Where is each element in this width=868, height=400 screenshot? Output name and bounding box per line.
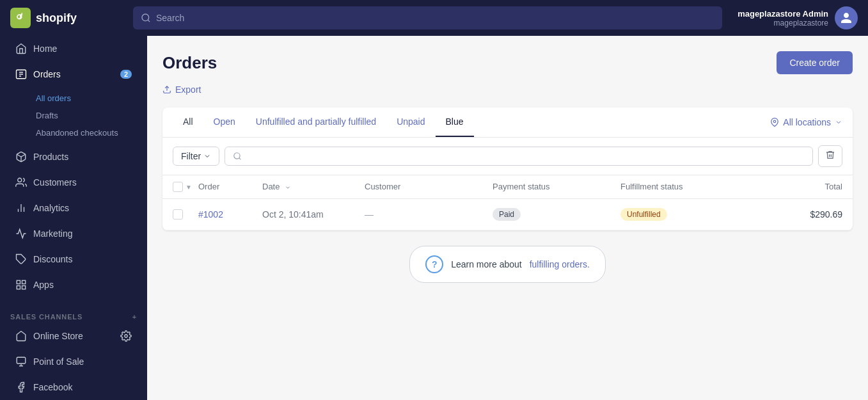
- fulfillment-status-badge: Unfulfilled: [620, 208, 667, 221]
- tab-open[interactable]: Open: [203, 108, 246, 137]
- filter-label: Filter: [181, 151, 201, 161]
- sidebar-item-label-products: Products: [33, 152, 68, 162]
- search-filter-input[interactable]: blue: [247, 151, 805, 161]
- svg-point-20: [234, 153, 240, 159]
- svg-rect-16: [17, 357, 26, 364]
- top-navigation: shopify mageplazastore Admin mageplazast…: [0, 0, 868, 36]
- filter-row: Filter blue: [162, 138, 853, 175]
- sales-channels-section: SALES CHANNELS +: [0, 308, 147, 323]
- search-bar[interactable]: [133, 6, 722, 29]
- tabs-row: All Open Unfulfilled and partially fulfi…: [162, 108, 853, 138]
- sidebar-item-label-facebook: Facebook: [33, 382, 72, 392]
- checkbox-chevron[interactable]: ▼: [185, 184, 192, 191]
- svg-point-15: [125, 335, 128, 338]
- point-of-sale-icon: [15, 356, 27, 367]
- sidebar-sub-drafts[interactable]: Drafts: [28, 107, 147, 124]
- filter-button[interactable]: Filter: [173, 147, 219, 166]
- svg-rect-13: [22, 286, 26, 289]
- export-label: Export: [175, 84, 201, 95]
- shopify-logo-icon: [10, 8, 31, 28]
- analytics-icon: [15, 202, 27, 214]
- sidebar-item-label-online-store: Online Store: [33, 331, 83, 341]
- payment-status-badge: Paid: [493, 208, 521, 221]
- sidebar-item-analytics[interactable]: Analytics: [5, 196, 142, 220]
- all-locations-selector[interactable]: All locations: [770, 111, 842, 134]
- chevron-down-icon: [835, 118, 842, 126]
- svg-rect-14: [17, 286, 20, 289]
- tab-blue[interactable]: Blue: [436, 108, 474, 137]
- search-input[interactable]: [156, 13, 714, 23]
- sidebar-item-label-marketing: Marketing: [33, 228, 72, 239]
- fulfilling-orders-link[interactable]: fulfilling orders.: [530, 259, 590, 269]
- learn-more-card: ? Learn more about fulfilling orders.: [409, 246, 606, 283]
- location-icon: [770, 118, 779, 127]
- search-filter-field[interactable]: blue: [225, 147, 813, 166]
- row-payment-status: Paid: [493, 208, 620, 221]
- home-icon: [15, 43, 27, 54]
- sidebar-sub-abandoned[interactable]: Abandoned checkouts: [28, 124, 147, 141]
- help-icon: ?: [425, 255, 443, 273]
- main-layout: Home Orders 2 All orders Drafts Abandone…: [0, 36, 868, 400]
- filter-search-icon: [233, 152, 242, 161]
- sidebar-item-label-customers: Customers: [33, 177, 77, 188]
- row-date: Oct 2, 10:41am: [262, 209, 365, 220]
- avatar[interactable]: [835, 6, 858, 29]
- tab-all[interactable]: All: [173, 108, 203, 137]
- products-icon: [15, 151, 27, 163]
- user-store: mageplazastore: [738, 19, 828, 28]
- sidebar-item-online-store[interactable]: Online Store: [5, 324, 142, 348]
- column-payment: Payment status: [493, 182, 620, 192]
- header-checkbox-cell: ▼: [173, 182, 198, 192]
- svg-rect-11: [17, 280, 20, 284]
- sidebar-item-label-pos: Point of Sale: [33, 356, 84, 367]
- main-content: Orders Create order Export All Open Unfu…: [147, 36, 868, 400]
- svg-point-0: [142, 14, 149, 21]
- sidebar-item-home[interactable]: Home: [5, 36, 142, 61]
- sidebar-item-discounts[interactable]: Discounts: [5, 247, 142, 271]
- sidebar-item-apps[interactable]: Apps: [5, 273, 142, 297]
- tab-unpaid[interactable]: Unpaid: [386, 108, 435, 137]
- export-icon: [162, 85, 171, 94]
- create-order-button[interactable]: Create order: [777, 51, 853, 74]
- user-info: mageplazastore Admin mageplazastore: [738, 9, 828, 28]
- sidebar-item-marketing[interactable]: Marketing: [5, 221, 142, 246]
- sidebar-item-products[interactable]: Products: [5, 145, 142, 169]
- page-title: Orders: [162, 53, 217, 73]
- all-locations-label: All locations: [783, 117, 831, 127]
- table-row: #1002 Oct 2, 10:41am — Paid Unfulfilled …: [162, 199, 853, 230]
- tab-unfulfilled[interactable]: Unfulfilled and partially fulfilled: [246, 108, 386, 137]
- sidebar: Home Orders 2 All orders Drafts Abandone…: [0, 36, 147, 400]
- apps-icon: [15, 279, 27, 291]
- row-checkbox[interactable]: [173, 209, 183, 220]
- learn-more-section: ? Learn more about fulfilling orders.: [162, 246, 853, 283]
- sidebar-item-label-discounts: Discounts: [33, 254, 72, 264]
- column-date: Date: [262, 182, 365, 192]
- sidebar-sub-all-orders[interactable]: All orders: [28, 90, 147, 107]
- sidebar-item-label-orders: Orders: [33, 69, 61, 79]
- row-customer: —: [365, 209, 493, 220]
- column-fulfillment: Fulfillment status: [620, 182, 748, 192]
- trash-icon: [825, 150, 835, 160]
- sidebar-item-point-of-sale[interactable]: Point of Sale: [5, 349, 142, 374]
- sidebar-item-orders[interactable]: Orders 2: [5, 62, 142, 86]
- orders-badge: 2: [120, 70, 132, 79]
- search-icon: [141, 13, 151, 23]
- learn-more-text: Learn more about: [451, 259, 522, 269]
- select-all-checkbox[interactable]: [173, 182, 183, 192]
- svg-point-6: [18, 178, 22, 182]
- online-store-settings-icon: [120, 330, 132, 342]
- sidebar-item-label-apps: Apps: [33, 280, 54, 290]
- sidebar-item-label-analytics: Analytics: [33, 203, 69, 213]
- svg-point-19: [774, 120, 777, 123]
- row-order-id[interactable]: #1002: [198, 209, 262, 220]
- sidebar-item-customers[interactable]: Customers: [5, 170, 142, 195]
- sidebar-item-facebook[interactable]: Facebook: [5, 375, 142, 399]
- orders-submenu: All orders Drafts Abandoned checkouts: [0, 87, 147, 144]
- export-button[interactable]: Export: [162, 82, 201, 97]
- add-sales-channel-button[interactable]: +: [132, 314, 137, 321]
- sidebar-item-label-home: Home: [33, 44, 57, 54]
- delete-filter-button[interactable]: [818, 145, 842, 167]
- row-checkbox-cell: [173, 209, 198, 220]
- column-order: Order: [198, 182, 262, 192]
- svg-rect-12: [22, 280, 26, 284]
